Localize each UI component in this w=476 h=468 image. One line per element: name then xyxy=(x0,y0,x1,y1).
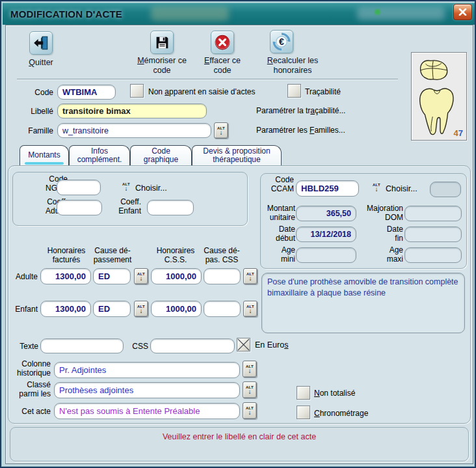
modification-acte-window: MODIFICATION D'ACTE Quitter Mémori xyxy=(0,0,476,468)
coeff-enfant-input[interactable] xyxy=(147,200,194,215)
colonne-historique-alt-button[interactable]: ALT↓ xyxy=(243,361,257,378)
alt-arrow-icon: ↓ xyxy=(220,130,223,135)
css-label: CSS xyxy=(129,342,148,351)
enfant-cause-input[interactable]: ED xyxy=(93,301,131,317)
exit-door-icon xyxy=(33,34,49,51)
titlebar-reflection xyxy=(375,9,380,15)
enfant-cause-css-alt-button[interactable]: ALT↓ xyxy=(243,301,258,317)
param-familles-link[interactable]: Paramétrer les Familles... xyxy=(256,126,345,135)
ccam-choisir-alt-icon[interactable]: ALT ↓ xyxy=(373,183,380,192)
col-honoraires-css: Honoraires C.S.S. xyxy=(148,246,203,264)
ngap-choisir-link[interactable]: Choisir... xyxy=(135,184,167,193)
cet-acte-alt-button[interactable]: ALT↓ xyxy=(243,402,257,419)
ccam-code-input[interactable]: HBLD259 xyxy=(296,180,359,197)
non-apparent-checkbox[interactable] xyxy=(130,84,144,98)
recalculate-label[interactable]: Recalculer les honoraires xyxy=(256,56,329,76)
adulte-cause-input[interactable]: ED xyxy=(93,268,131,284)
tooth-image xyxy=(412,53,466,140)
enfant-cause-css-input[interactable] xyxy=(204,301,241,317)
enfant-honoraires-input[interactable]: 1300,00 xyxy=(40,301,91,317)
coeff-adulte-input[interactable] xyxy=(57,200,102,215)
css-input[interactable] xyxy=(150,338,235,353)
red-cross-icon xyxy=(214,34,231,51)
memorize-button[interactable] xyxy=(150,31,174,54)
texte-label: Texte xyxy=(16,342,38,351)
classe-parmi-alt-button[interactable]: ALT↓ xyxy=(243,381,257,398)
coeff-enfant-label: Coeff. Enfant xyxy=(109,197,141,215)
col-honoraires-factures: Honoraires facturés xyxy=(39,246,94,264)
colonne-historique-label: Colonne historique xyxy=(12,359,51,378)
close-icon xyxy=(458,8,467,16)
code-input[interactable]: WTBIMA xyxy=(57,85,116,100)
tab-code-graphique[interactable]: Code graphique xyxy=(130,145,192,165)
col-cause-depas-css: Cause dé- pas. CSS xyxy=(200,246,243,264)
erase-button[interactable] xyxy=(211,31,234,54)
adulte-honoraires-css-input[interactable]: 1000,00 xyxy=(151,268,202,284)
param-tracabilite-link[interactable]: Paramétrer la traçabilité... xyxy=(256,106,345,115)
adulte-cause-alt-button[interactable]: ALT↓ xyxy=(134,268,148,284)
non-apparent-label: Non apparent en saisie d'actes xyxy=(148,87,255,96)
enfant-honoraires-css-input[interactable]: 1000,00 xyxy=(151,301,202,317)
tooth-preview-panel: 47 xyxy=(411,52,467,141)
code-label: Code xyxy=(21,88,53,97)
erase-label[interactable]: Effacer ce code xyxy=(196,56,248,76)
row-enfant-label: Enfant xyxy=(13,305,38,314)
ccam-choisir-link[interactable]: Choisir... xyxy=(386,184,417,194)
en-euros-label: En Euros xyxy=(255,340,288,350)
memorize-label[interactable]: Mémoriser ce code xyxy=(129,56,195,76)
quit-button[interactable] xyxy=(29,31,53,55)
ngap-choisir-alt-icon[interactable]: ALT ↓ xyxy=(122,182,130,191)
recalculate-button[interactable]: € xyxy=(270,30,293,53)
famille-input[interactable]: w_transitoire xyxy=(57,123,211,138)
titlebar-reflection xyxy=(357,7,445,20)
famille-alt-button[interactable]: ALT ↓ xyxy=(214,122,228,139)
date-fin-label: Date fin xyxy=(372,225,403,243)
adulte-honoraires-input[interactable]: 1300,00 xyxy=(40,268,91,284)
colonne-historique-input[interactable]: Pr. Adjointes xyxy=(54,362,240,378)
enfant-cause-alt-button[interactable]: ALT↓ xyxy=(134,301,148,317)
toolbar-separator xyxy=(17,79,398,79)
ccam-extra-field[interactable] xyxy=(430,182,461,197)
quit-label[interactable]: Quitter xyxy=(13,58,69,68)
cet-acte-input[interactable]: N'est pas soumis à Entente Préalable xyxy=(54,403,240,419)
adulte-cause-css-alt-button[interactable]: ALT↓ xyxy=(243,268,258,284)
ngap-code-input[interactable] xyxy=(57,180,101,195)
row-adulte-label: Adulte xyxy=(13,272,38,281)
en-euros-checkbox[interactable] xyxy=(237,338,250,351)
famille-label: Famille xyxy=(14,126,53,135)
tab-infos-complement[interactable]: Infos complément. xyxy=(69,145,130,165)
libelle-label: Libellé xyxy=(14,107,53,116)
svg-text:€: € xyxy=(279,36,284,47)
date-debut-field[interactable]: 13/12/2018 xyxy=(296,227,356,242)
tab-montants[interactable]: Montants xyxy=(20,145,69,165)
age-maxi-field[interactable] xyxy=(404,247,462,263)
tracabilite-checkbox[interactable] xyxy=(287,84,301,98)
age-mini-field[interactable] xyxy=(296,247,356,263)
floppy-disk-icon xyxy=(154,34,170,51)
tooth-number: 47 xyxy=(454,128,463,138)
acte-description-textarea[interactable]: Pose d'une prothèse amovible de transiti… xyxy=(261,273,465,333)
status-message-panel: Veuillez entrer le libellé en clair de c… xyxy=(10,427,469,461)
window-title: MODIFICATION D'ACTE xyxy=(10,8,122,20)
tab-devis-proposition[interactable]: Devis & proposition thérapeutique xyxy=(192,145,282,165)
date-fin-field[interactable] xyxy=(404,227,462,242)
close-button[interactable] xyxy=(453,4,472,20)
majoration-dom-field[interactable] xyxy=(404,206,462,221)
non-totalise-checkbox[interactable] xyxy=(297,386,310,400)
classe-parmi-input[interactable]: Prothèses adjointes xyxy=(54,382,240,398)
non-totalise-label: Non totalisé xyxy=(314,389,355,398)
texte-input[interactable] xyxy=(40,338,124,353)
adulte-cause-css-input[interactable] xyxy=(204,268,241,284)
majoration-dom-label: Majoration DOM xyxy=(359,204,403,222)
active-tab-underline xyxy=(25,162,64,165)
classe-parmi-label: Classé parmi les xyxy=(12,380,51,398)
euro-refresh-icon: € xyxy=(272,33,291,51)
date-debut-label: Date début xyxy=(264,225,295,243)
tracabilite-label: Traçabilité xyxy=(305,87,341,96)
montant-unitaire-label: Montant unitaire xyxy=(263,204,295,222)
age-maxi-label: Age maxi xyxy=(372,245,403,264)
title-bar[interactable]: MODIFICATION D'ACTE xyxy=(3,3,475,25)
montant-unitaire-field[interactable]: 365,50 xyxy=(296,206,356,221)
chronometrage-checkbox[interactable] xyxy=(297,406,310,419)
libelle-input[interactable]: transitoire bimax xyxy=(57,103,207,118)
